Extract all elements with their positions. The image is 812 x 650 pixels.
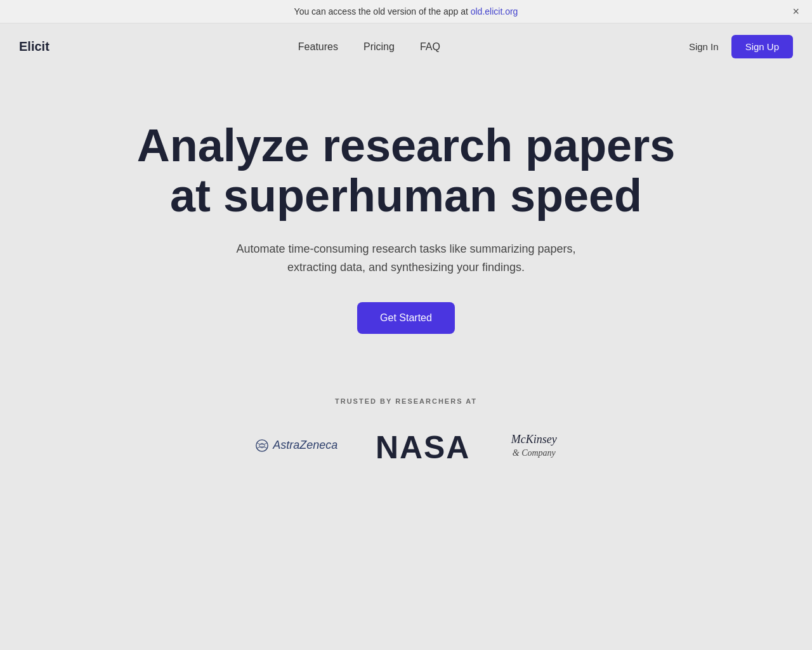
astrazeneca-label: AstraZeneca: [273, 439, 337, 452]
mckinsey-logo: McKinsey & Company: [511, 432, 557, 459]
svg-text:NASA: NASA: [376, 430, 470, 461]
astrazeneca-logo: AstraZeneca: [255, 439, 337, 453]
nasa-icon: NASA: [376, 430, 473, 461]
svg-point-0: [256, 440, 268, 451]
announcement-banner: You can access the old version of the ap…: [0, 0, 812, 23]
get-started-button[interactable]: Get Started: [357, 302, 455, 334]
nav-link-faq[interactable]: FAQ: [420, 41, 440, 52]
trust-section: TRUSTED BY RESEARCHERS AT AstraZeneca NA…: [0, 372, 812, 499]
navbar: Elicit Features Pricing FAQ Sign In Sign…: [0, 23, 812, 70]
nav-item-pricing[interactable]: Pricing: [363, 41, 395, 53]
banner-text: You can access the old version of the ap…: [294, 6, 518, 17]
trust-label: TRUSTED BY RESEARCHERS AT: [335, 397, 477, 405]
banner-link[interactable]: old.elicit.org: [471, 6, 518, 17]
signin-button[interactable]: Sign In: [689, 41, 719, 52]
banner-close-button[interactable]: ×: [792, 6, 799, 17]
nav-link-features[interactable]: Features: [298, 41, 338, 52]
nav-item-faq[interactable]: FAQ: [420, 41, 440, 53]
nav-item-features[interactable]: Features: [298, 41, 338, 53]
mckinsey-name: McKinsey: [511, 432, 557, 447]
trust-logos: AstraZeneca NASA McKinsey & Company: [255, 430, 557, 461]
mckinsey-company: & Company: [511, 448, 557, 459]
hero-section: Analyze research papers at superhuman sp…: [0, 70, 812, 372]
astrazeneca-icon: [255, 439, 269, 453]
nasa-logo: NASA: [376, 430, 473, 461]
nav-links: Features Pricing FAQ: [298, 41, 440, 53]
signup-button[interactable]: Sign Up: [731, 35, 793, 58]
site-logo[interactable]: Elicit: [19, 39, 49, 54]
hero-subtitle: Automate time-consuming research tasks l…: [222, 240, 590, 277]
nav-actions: Sign In Sign Up: [689, 35, 793, 58]
nav-link-pricing[interactable]: Pricing: [363, 41, 395, 52]
hero-title: Analyze research papers at superhuman sp…: [121, 121, 691, 221]
